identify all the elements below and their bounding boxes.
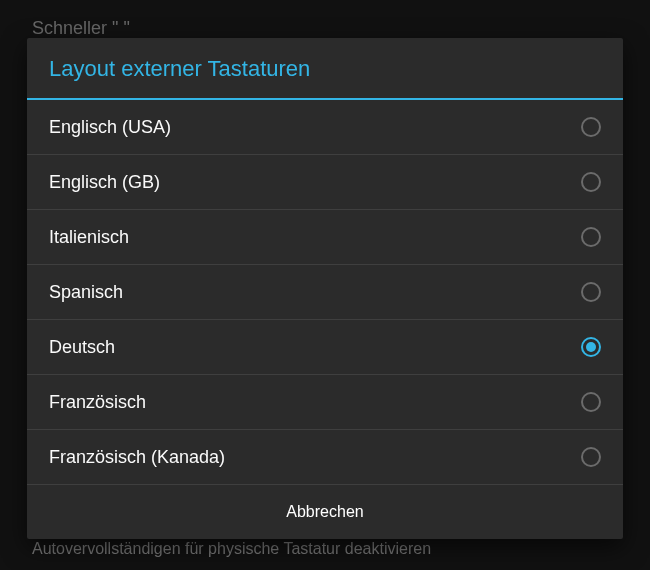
option-label: Italienisch <box>49 227 129 248</box>
option-item[interactable]: Spanisch <box>27 265 623 320</box>
dialog-footer: Abbrechen <box>27 485 623 539</box>
radio-icon[interactable] <box>581 447 601 467</box>
option-item[interactable]: Deutsch <box>27 320 623 375</box>
radio-icon[interactable] <box>581 282 601 302</box>
option-label: Französisch <box>49 392 146 413</box>
option-label: Englisch (GB) <box>49 172 160 193</box>
option-item[interactable]: Französisch <box>27 375 623 430</box>
radio-icon[interactable] <box>581 392 601 412</box>
option-item[interactable]: Englisch (GB) <box>27 155 623 210</box>
option-item[interactable]: Englisch (USA) <box>27 100 623 155</box>
option-label: Spanisch <box>49 282 123 303</box>
cancel-button[interactable]: Abbrechen <box>27 485 623 539</box>
radio-icon[interactable] <box>581 227 601 247</box>
radio-icon[interactable] <box>581 337 601 357</box>
option-list: Englisch (USA)Englisch (GB)ItalienischSp… <box>27 100 623 485</box>
radio-icon[interactable] <box>581 117 601 137</box>
dialog-title: Layout externer Tastaturen <box>27 38 623 100</box>
option-label: Deutsch <box>49 337 115 358</box>
option-label: Englisch (USA) <box>49 117 171 138</box>
option-item[interactable]: Französisch (Kanada) <box>27 430 623 485</box>
radio-inner-icon <box>586 342 596 352</box>
keyboard-layout-dialog: Layout externer Tastaturen Englisch (USA… <box>27 38 623 539</box>
option-item[interactable]: Italienisch <box>27 210 623 265</box>
option-label: Französisch (Kanada) <box>49 447 225 468</box>
dialog-overlay: Layout externer Tastaturen Englisch (USA… <box>0 0 650 570</box>
radio-icon[interactable] <box>581 172 601 192</box>
